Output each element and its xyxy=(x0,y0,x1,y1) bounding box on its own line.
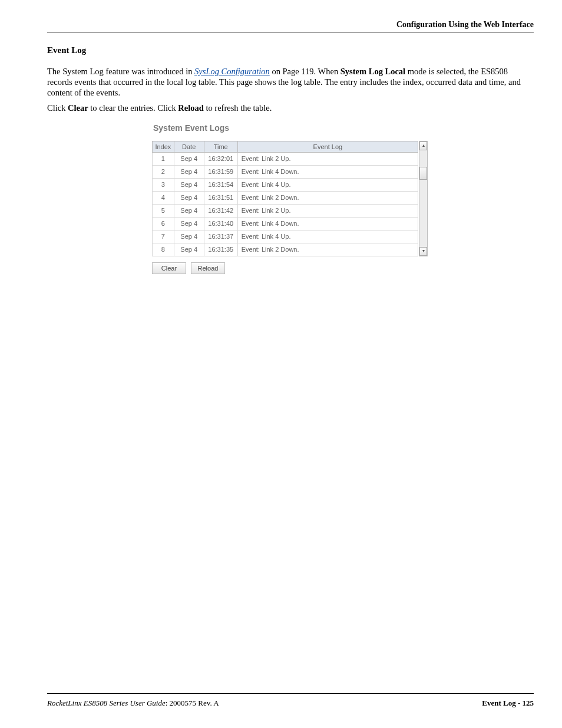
paragraph-1: The System Log feature was introduced in… xyxy=(47,66,534,98)
cell-time: 16:32:01 xyxy=(204,152,237,165)
p1-postlink: on Page 119. When xyxy=(270,67,340,76)
table-row: 7Sep 416:31:37Event: Link 4 Up. xyxy=(153,230,418,243)
p2-b2: Reload xyxy=(178,103,204,113)
cell-index: 1 xyxy=(153,152,174,165)
page-header: Configuration Using the Web Interface xyxy=(47,20,534,32)
footer-left: RocketLinx ES8508 Series User Guide: 200… xyxy=(47,699,219,708)
cell-date: Sep 4 xyxy=(174,230,204,243)
cell-index: 8 xyxy=(153,243,174,256)
page-footer: RocketLinx ES8508 Series User Guide: 200… xyxy=(47,693,534,708)
chevron-down-icon: ▾ xyxy=(422,249,425,253)
table-row: 2Sep 416:31:59Event: Link 4 Down. xyxy=(153,165,418,178)
cell-date: Sep 4 xyxy=(174,191,204,204)
p2-b1: Clear xyxy=(68,103,88,113)
table-row: 8Sep 416:31:35Event: Link 2 Down. xyxy=(153,243,418,256)
cell-time: 16:31:40 xyxy=(204,217,237,230)
footer-left-rev: : 2000575 Rev. A xyxy=(166,699,219,707)
scroll-thumb[interactable] xyxy=(419,167,427,180)
cell-date: Sep 4 xyxy=(174,165,204,178)
cell-time: 16:31:54 xyxy=(204,178,237,191)
footer-line: RocketLinx ES8508 Series User Guide: 200… xyxy=(47,699,534,708)
screenshot-block: System Event Logs Index Date Time Event … xyxy=(152,123,435,274)
cell-date: Sep 4 xyxy=(174,152,204,165)
cell-time: 16:31:42 xyxy=(204,204,237,217)
table-header-row: Index Date Time Event Log xyxy=(153,141,418,152)
cell-date: Sep 4 xyxy=(174,243,204,256)
event-log-table: Index Date Time Event Log 1Sep 416:32:01… xyxy=(152,141,418,256)
system-event-logs-title: System Event Logs xyxy=(153,123,435,133)
footer-rule xyxy=(47,693,534,694)
cell-index: 2 xyxy=(153,165,174,178)
cell-index: 4 xyxy=(153,191,174,204)
header-title: Configuration Using the Web Interface xyxy=(396,20,534,29)
footer-left-italic: RocketLinx ES8508 Series User Guide xyxy=(47,699,166,707)
cell-event: Event: Link 4 Up. xyxy=(237,230,418,243)
cell-time: 16:31:59 xyxy=(204,165,237,178)
page-content: Event Log The System Log feature was int… xyxy=(47,45,534,274)
scroll-down-button[interactable]: ▾ xyxy=(419,247,427,256)
scroll-up-button[interactable]: ▴ xyxy=(419,141,427,150)
cell-event: Event: Link 2 Down. xyxy=(237,191,418,204)
cell-date: Sep 4 xyxy=(174,178,204,191)
cell-time: 16:31:37 xyxy=(204,230,237,243)
cell-date: Sep 4 xyxy=(174,204,204,217)
p1-pre: The System Log feature was introduced in xyxy=(47,67,194,76)
p2-post: to refresh the table. xyxy=(204,103,272,113)
cell-index: 5 xyxy=(153,204,174,217)
cell-index: 7 xyxy=(153,230,174,243)
table-row: 6Sep 416:31:40Event: Link 4 Down. xyxy=(153,217,418,230)
clear-button[interactable]: Clear xyxy=(152,262,186,274)
table-row: 1Sep 416:32:01Event: Link 2 Up. xyxy=(153,152,418,165)
cell-index: 6 xyxy=(153,217,174,230)
chevron-up-icon: ▴ xyxy=(422,143,425,148)
cell-index: 3 xyxy=(153,178,174,191)
col-event-header: Event Log xyxy=(237,141,418,152)
col-date-header: Date xyxy=(174,141,204,152)
cell-time: 16:31:35 xyxy=(204,243,237,256)
cell-event: Event: Link 2 Up. xyxy=(237,204,418,217)
table-row: 5Sep 416:31:42Event: Link 2 Up. xyxy=(153,204,418,217)
col-time-header: Time xyxy=(204,141,237,152)
reload-button[interactable]: Reload xyxy=(191,262,225,274)
table-row: 3Sep 416:31:54Event: Link 4 Up. xyxy=(153,178,418,191)
cell-event: Event: Link 4 Down. xyxy=(237,217,418,230)
button-row: Clear Reload xyxy=(152,262,435,274)
event-table-wrap: Index Date Time Event Log 1Sep 416:32:01… xyxy=(152,141,428,256)
cell-event: Event: Link 4 Down. xyxy=(237,165,418,178)
p2-pre: Click xyxy=(47,103,68,113)
p2-mid: to clear the entries. Click xyxy=(88,103,178,113)
section-heading: Event Log xyxy=(47,45,534,55)
table-row: 4Sep 416:31:51Event: Link 2 Down. xyxy=(153,191,418,204)
cell-event: Event: Link 2 Down. xyxy=(237,243,418,256)
cell-event: Event: Link 2 Up. xyxy=(237,152,418,165)
footer-right: Event Log - 125 xyxy=(482,699,534,708)
paragraph-2: Click Clear to clear the entries. Click … xyxy=(47,103,534,113)
col-index-header: Index xyxy=(153,141,174,152)
cell-date: Sep 4 xyxy=(174,217,204,230)
cell-time: 16:31:51 xyxy=(204,191,237,204)
p1-bold1: System Log Local xyxy=(340,67,405,76)
event-table-body: 1Sep 416:32:01Event: Link 2 Up.2Sep 416:… xyxy=(153,152,418,256)
syslog-config-link[interactable]: SysLog Configuration xyxy=(194,67,270,76)
table-scrollbar[interactable]: ▴ ▾ xyxy=(419,141,428,256)
cell-event: Event: Link 4 Up. xyxy=(237,178,418,191)
